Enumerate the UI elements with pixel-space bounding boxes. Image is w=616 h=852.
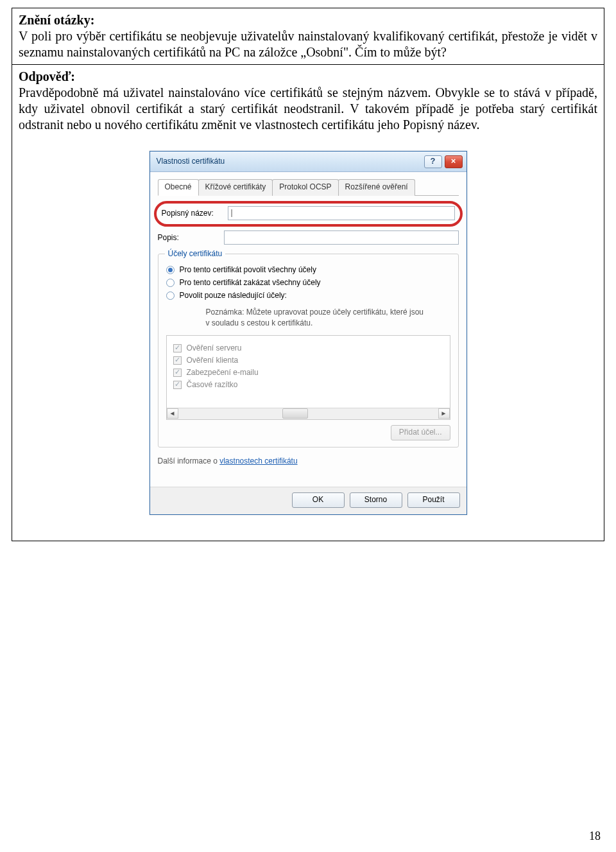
add-purpose-button: Přidat účel... xyxy=(391,425,450,440)
purpose-listbox: Ověření serveru Ověření klienta xyxy=(166,335,450,420)
question-heading: Znění otázky: xyxy=(19,12,597,28)
scroll-track[interactable] xyxy=(178,408,438,419)
dialog-wrapper: Vlastnosti certifikátu ? × Obecné Křížov… xyxy=(19,133,597,537)
question-body: V poli pro výběr certifikátu se neobjevu… xyxy=(19,28,597,60)
list-item: Ověření serveru xyxy=(173,343,443,353)
list-item-label: Ověření klienta xyxy=(187,356,239,365)
highlighted-area: Popisný název: | xyxy=(154,201,463,227)
radio-icon xyxy=(166,291,175,300)
titlebar: Vlastnosti certifikátu ? × xyxy=(150,152,466,172)
radio-allow-all[interactable]: Pro tento certifikát povolit všechny úče… xyxy=(166,265,450,275)
page-number: 18 xyxy=(589,830,601,843)
list-item-label: Ověření serveru xyxy=(187,343,242,353)
list-item-label: Zabezpečení e-mailu xyxy=(187,368,259,378)
radio-allow-some[interactable]: Povolit pouze následující účely: xyxy=(166,291,450,300)
purposes-legend: Účely certifikátu xyxy=(165,249,226,259)
radio-label: Pro tento certifikát povolit všechny úče… xyxy=(180,265,316,275)
scroll-left-button[interactable]: ◄ xyxy=(167,408,178,419)
answer-body: Pravděpodobně má uživatel nainstalováno … xyxy=(19,85,597,133)
checkbox-icon xyxy=(173,344,182,352)
radio-deny-all[interactable]: Pro tento certifikát zakázat všechny úče… xyxy=(166,278,450,288)
dialog-button-row: OK Storno Použít xyxy=(150,487,466,514)
ok-button[interactable]: OK xyxy=(292,492,345,508)
note-text: Poznámka: Můžete upravovat pouze účely c… xyxy=(206,307,450,329)
description-label: Popis: xyxy=(158,233,219,243)
friendly-name-label: Popisný název: xyxy=(162,209,223,218)
tab-extended[interactable]: Rozšířené ověření xyxy=(338,179,415,196)
scroll-right-button[interactable]: ► xyxy=(438,408,450,419)
tab-cross-certs[interactable]: Křížové certifikáty xyxy=(198,179,273,196)
cancel-button[interactable]: Storno xyxy=(350,492,402,508)
list-item: Časové razítko xyxy=(173,380,443,390)
properties-dialog: Vlastnosti certifikátu ? × Obecné Křížov… xyxy=(150,151,467,515)
list-item-label: Časové razítko xyxy=(187,380,238,390)
radio-icon xyxy=(166,279,175,287)
answer-heading: Odpověď: xyxy=(19,69,597,85)
horizontal-scrollbar[interactable]: ◄ ► xyxy=(167,408,450,419)
help-button[interactable]: ? xyxy=(424,155,442,168)
more-info-text: Další informace o vlastnostech certifiká… xyxy=(158,456,459,466)
apply-button[interactable]: Použít xyxy=(407,492,460,508)
tab-general[interactable]: Obecné xyxy=(158,179,199,196)
purposes-groupbox: Účely certifikátu Pro tento certifikát p… xyxy=(158,254,459,448)
scroll-thumb[interactable] xyxy=(282,408,308,419)
description-input[interactable] xyxy=(224,230,459,245)
window-title: Vlastnosti certifikátu xyxy=(157,157,422,166)
more-info-link[interactable]: vlastnostech certifikátu xyxy=(219,456,297,465)
radio-icon xyxy=(166,266,175,274)
checkbox-icon xyxy=(173,369,182,377)
radio-label: Povolit pouze následující účely: xyxy=(180,291,287,300)
document-table: Znění otázky: V poli pro výběr certifiká… xyxy=(12,8,604,541)
checkbox-icon xyxy=(173,381,182,389)
list-item: Zabezpečení e-mailu xyxy=(173,368,443,378)
close-button[interactable]: × xyxy=(445,155,463,168)
tab-ocsp[interactable]: Protokol OCSP xyxy=(272,179,338,196)
checkbox-icon xyxy=(173,356,182,365)
friendly-name-input[interactable]: | xyxy=(228,206,455,220)
radio-label: Pro tento certifikát zakázat všechny úče… xyxy=(180,278,321,288)
tab-strip: Obecné Křížové certifikáty Protokol OCSP… xyxy=(158,178,459,196)
list-item: Ověření klienta xyxy=(173,356,443,365)
